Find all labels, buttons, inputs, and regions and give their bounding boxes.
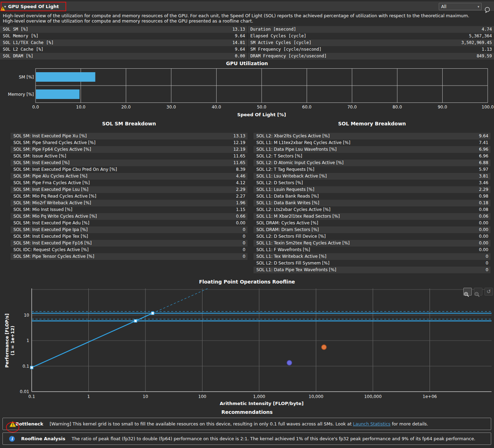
- zoom-in-button[interactable]: [463, 288, 472, 295]
- table-row: SOL L2: D Atomic Input Cycles Active [%]…: [254, 160, 490, 166]
- zoom-out-button[interactable]: [474, 288, 482, 295]
- row-value: 0: [243, 226, 248, 233]
- row-value: 0.00: [479, 226, 490, 233]
- row-value: 0.00: [236, 220, 248, 226]
- row-label: SOL L2: T Sectors [%]: [254, 153, 479, 160]
- section-header[interactable]: ▾ GPU Speed Of Light !: [0, 1, 494, 12]
- row-value: 12.19: [233, 146, 248, 153]
- row-label: SOL L2: D Sectors Fill Device [%]: [254, 233, 479, 240]
- row-value: 12.19: [233, 139, 248, 146]
- row-label: SOL SM: Pipe Tensor Cycles Active [%]: [11, 253, 243, 260]
- table-row: SOL SM: Mio Inst Issued [%]1.15: [11, 206, 248, 213]
- table-row: SOL SM: Inst Executed Pipe Lsu [%]2.29: [11, 186, 248, 193]
- row-value: 5,367,364: [469, 33, 494, 39]
- row-label: SOL SM: Inst Executed Pipe Ipa [%]: [11, 226, 243, 233]
- table-row: SM Active Cycles [cycle]3,502,969.45: [248, 39, 494, 46]
- info-icon: i: [9, 436, 15, 442]
- table-row: SOL L2: T Tag Requests [%]5.97: [254, 166, 490, 173]
- bottleneck-text-after: for more details.: [390, 421, 428, 427]
- table-row: SOL L1: Data Pipe Tex Wavefronts [%]0: [254, 267, 490, 273]
- roofline-title: Floating Point Operations Roofline: [0, 279, 494, 285]
- row-value: 0.98: [479, 193, 490, 200]
- sol-summary-right: Duration [msecond]4.74Elapsed Cycles [cy…: [248, 26, 494, 60]
- row-value: 9.64: [235, 46, 247, 53]
- x-tick-label: 10: [143, 394, 148, 399]
- row-value: 11.65: [233, 160, 248, 166]
- table-row: SOL SM: Inst Executed Pipe Adu [%]0.00: [11, 220, 248, 226]
- row-value: 8.39: [236, 166, 248, 173]
- row-value: 6.96: [479, 146, 490, 153]
- table-row: SOL SM: Inst Executed Pipe Ipa [%]0: [11, 226, 248, 233]
- row-label: SOL L1: Data Bank Reads [%]: [254, 193, 479, 200]
- row-label: SOL L1: Texin Sm2tex Req Cycles Active […: [254, 240, 479, 247]
- row-label: SOL SM: Mio Pq Write Cycles Active [%]: [11, 213, 236, 220]
- row-label: SOL L2: D Sectors Fill Sysmem [%]: [254, 260, 486, 267]
- x-tick-label: 30.0: [167, 105, 176, 110]
- comment-button[interactable]: [484, 3, 492, 11]
- row-value: 14.81: [232, 39, 247, 46]
- table-row: SOL SM: Pipe Alu Cycles Active [%]4.46: [11, 173, 248, 180]
- ridge-point-marker: [134, 319, 137, 322]
- row-value: 1.15: [236, 206, 248, 213]
- table-row: Duration [msecond]4.74: [248, 26, 494, 33]
- table-row: SOL L1: Data Bank Writes [%]0.18: [254, 200, 490, 206]
- filter-dropdown[interactable]: All ▾: [439, 3, 482, 10]
- table-row: SOL SM: Inst Executed Pipe Cbu Pred On A…: [11, 166, 248, 173]
- row-label: SOL L1: Tex Writeback Active [%]: [254, 253, 486, 260]
- gpu-utilization-title: GPU Utilization: [0, 61, 494, 66]
- table-row: SOL L1/TEX Cache [%]14.81: [0, 39, 247, 46]
- row-label: Elapsed Cycles [cycle]: [248, 33, 469, 39]
- row-value: 3.46: [479, 180, 490, 186]
- row-value: 11.65: [233, 153, 248, 160]
- table-row: SOL SM: Issue Active [%]11.65: [11, 153, 248, 160]
- table-row: SOL L1: M L1tex2xbar Req Cycles Active […: [254, 139, 490, 146]
- row-value: 0: [486, 267, 490, 273]
- sol-summary-table: SOL SM [%]13.13SOL Memory [%]9.64SOL L1/…: [0, 26, 494, 60]
- table-row: SOL L1: Data Pipe Lsu Wavefronts [%]6.96: [254, 146, 490, 153]
- table-row: SOL L2: D Sectors Fill Sysmem [%]0: [254, 260, 490, 267]
- row-label: SOL Memory [%]: [0, 33, 235, 39]
- row-value: 3,502,969.45: [461, 39, 494, 46]
- row-value: 5.97: [479, 166, 490, 173]
- row-label: SOL SM: Mio Inst Issued [%]: [11, 206, 236, 213]
- row-label: SOL DRAM: Dram Sectors [%]: [254, 226, 479, 233]
- row-label: SOL L1: M L1tex2xbar Req Cycles Active […: [254, 139, 479, 146]
- row-label: SOL SM: Mio Pq Read Cycles Active [%]: [11, 193, 236, 200]
- launch-statistics-link[interactable]: Launch Statistics: [353, 421, 390, 427]
- table-row: SOL SM: Inst Executed Pipe Xu [%]13.13: [11, 133, 248, 139]
- row-value: 1.13: [482, 46, 494, 53]
- table-row: SOL IDC: Request Cycles Active [%]0: [11, 247, 248, 253]
- row-label: SOL SM [%]: [0, 26, 232, 33]
- table-row: SOL L2 Cache [%]9.64: [0, 46, 247, 53]
- row-label: SOL L2: D Sectors [%]: [254, 180, 479, 186]
- row-label: SOL L1: Lsuin Requests [%]: [254, 186, 479, 193]
- row-value: 0: [243, 253, 248, 260]
- row-value: 6.88: [479, 160, 490, 166]
- row-value: 4.12: [236, 180, 248, 186]
- row-label: SOL L1/TEX Cache [%]: [0, 39, 232, 46]
- table-row: SOL L1: Lsuin Requests [%]2.29: [254, 186, 490, 193]
- table-row: SOL SM: Inst Executed Pipe Fp16 [%]0: [11, 240, 248, 247]
- bottleneck-label: Bottleneck: [15, 421, 43, 427]
- x-tick-label: 60.0: [302, 105, 312, 110]
- row-value: 2.27: [236, 193, 248, 200]
- row-label: SOL SM: Inst Executed Pipe Adu [%]: [11, 220, 236, 226]
- x-tick-label: 100,000: [364, 394, 382, 399]
- x-tick-label: 0.1: [28, 394, 35, 399]
- table-row: SOL L1: M Xbar2l1tex Read Sectors [%]0.0…: [254, 213, 490, 220]
- zoom-reset-button[interactable]: ↺: [484, 288, 493, 295]
- row-value: 0: [243, 247, 248, 253]
- roofline-analysis-recommendation: i Roofline Analysis The ratio of peak fl…: [2, 433, 491, 445]
- table-row: SOL L1: Lsu Writeback Active [%]3.81: [254, 173, 490, 180]
- y-axis-title: Performance [FLOP/s]: [4, 313, 10, 368]
- row-label: SOL SM: Inst Executed [%]: [11, 160, 233, 166]
- gpu-utilization-chart: 0.010.020.030.040.050.060.070.080.090.01…: [0, 68, 494, 118]
- row-value: 7.41: [479, 139, 490, 146]
- table-row: SOL L1: F Wavefronts [%]0.00: [254, 247, 490, 253]
- x-axis-title: Arithmetic Intensity [FLOP/byte]: [220, 401, 304, 406]
- x-tick-label: 1: [87, 394, 90, 399]
- x-tick-label: 50.0: [257, 105, 267, 110]
- table-row: SOL SM: Pipe Fp64 Cycles Active [%]12.19: [11, 146, 248, 153]
- table-row: SOL SM: Mio2rf Writeback Active [%]1.96: [11, 200, 248, 206]
- row-value: 0: [243, 240, 248, 247]
